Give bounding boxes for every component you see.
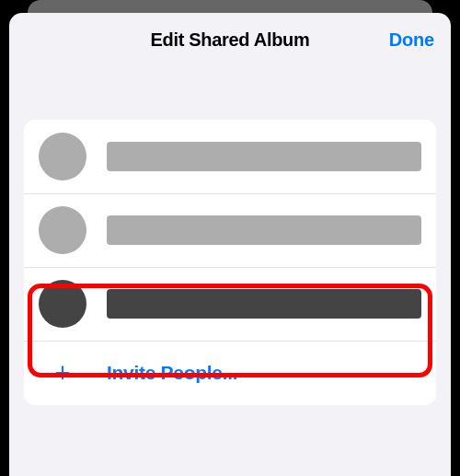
subscriber-name-redacted <box>107 215 421 245</box>
avatar <box>39 206 86 254</box>
subscriber-name-redacted <box>107 289 421 319</box>
invite-people-label: Invite People... <box>107 362 237 384</box>
done-button[interactable]: Done <box>389 29 434 51</box>
sheet-header: Edit Shared Album Done <box>9 13 451 66</box>
avatar <box>39 280 86 328</box>
subscriber-row[interactable] <box>24 267 436 341</box>
page-title: Edit Shared Album <box>150 29 309 51</box>
avatar <box>39 133 86 180</box>
subscribers-list: + Invite People... <box>24 120 436 405</box>
edit-shared-album-sheet: Edit Shared Album Done + Invite People..… <box>9 13 451 476</box>
plus-icon: + <box>39 357 86 389</box>
subscriber-row[interactable] <box>24 120 436 193</box>
subscriber-row[interactable] <box>24 193 436 267</box>
invite-people-button[interactable]: + Invite People... <box>24 341 436 405</box>
subscriber-name-redacted <box>107 142 421 171</box>
